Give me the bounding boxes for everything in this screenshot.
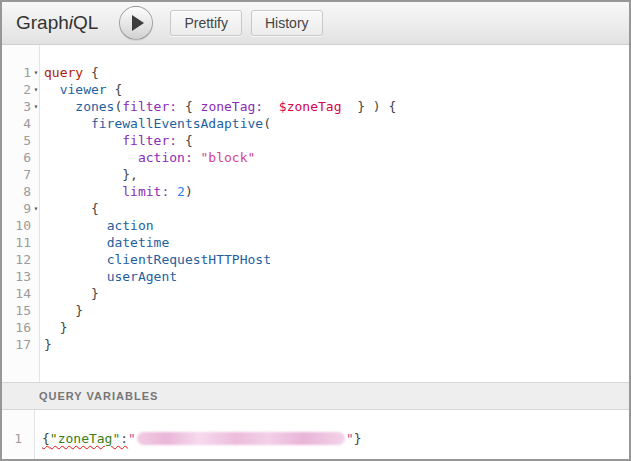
code-token: filter: [122,99,177,114]
code-token: "block" [201,150,256,165]
prettify-button[interactable]: Prettify [170,10,242,36]
line-number: 8 [2,183,31,200]
code-token: { [42,431,50,446]
fold-spacer [31,336,41,353]
code-line[interactable]: 5 filter: { [2,132,629,149]
code-token [193,150,201,165]
fold-spacer [31,251,41,268]
code-line[interactable]: 15 } [2,302,629,319]
fold-spacer [31,115,41,132]
query-editor-lines: 1▾query {2▾ viewer {3▾ zones(filter: { z… [2,64,629,353]
code-token: { [91,201,99,216]
logo-text-post: QL [73,12,98,33]
code-line[interactable]: 12 clientRequestHTTPHost [2,251,629,268]
fold-arrow-icon[interactable]: ▾ [31,200,41,217]
code-line[interactable]: 6 action: "block" [2,149,629,166]
line-number: 7 [2,166,31,183]
code-line[interactable]: 2▾ viewer { [2,81,629,98]
code-token: ) [373,99,381,114]
code-token [193,99,201,114]
code-token [44,116,91,131]
code-line[interactable]: 11 datetime [2,234,629,251]
code-token [263,99,279,114]
graphiql-app: GraphiQL Prettify History 1▾query {2▾ vi… [0,0,631,461]
variables-code-line[interactable]: 1 {"zoneTag":""} [2,430,629,447]
code-token [44,150,138,165]
history-button[interactable]: History [251,10,323,36]
code-line[interactable]: 4 firewallEventsAdaptive( [2,115,629,132]
line-number: 6 [2,149,31,166]
code-token: action: [138,150,193,165]
code-content: userAgent [41,268,177,285]
code-content: clientRequestHTTPHost [41,251,271,268]
code-content: } [41,285,99,302]
code-content: } [41,302,83,319]
query-variables-title-bar[interactable]: QUERY VARIABLES [2,382,629,410]
code-line[interactable]: 7 }, [2,166,629,183]
code-token [341,99,357,114]
fold-spacer [31,166,41,183]
code-token: viewer [60,82,107,97]
code-token [169,184,177,199]
code-content: } [41,336,52,353]
code-token [44,99,75,114]
code-line[interactable]: 16 } [2,319,629,336]
code-line[interactable]: 1▾query { [2,64,629,81]
code-token [44,235,107,250]
code-token [44,286,91,301]
fold-spacer [31,268,41,285]
fold-spacer [31,285,41,302]
code-line[interactable]: 14 } [2,285,629,302]
line-number: 14 [2,285,31,302]
execute-query-button[interactable] [119,6,153,40]
code-token: filter: [122,133,177,148]
code-token: } [357,99,365,114]
code-content: { [41,200,99,217]
fold-arrow-icon[interactable]: ▾ [31,64,41,81]
code-token: } [354,431,362,446]
code-line[interactable]: 8 limit: 2) [2,183,629,200]
line-number: 1 [2,64,31,81]
fold-spacer [31,217,41,234]
code-content: }, [41,166,138,183]
query-variables-editor[interactable]: 1 {"zoneTag":""} [2,410,629,459]
code-content: zones(filter: { zoneTag: $zoneTag } ) { [41,98,396,115]
code-line[interactable]: 13 userAgent [2,268,629,285]
code-token [44,320,60,335]
code-line[interactable]: 10 action [2,217,629,234]
code-token: 2 [177,184,185,199]
code-token [44,269,107,284]
graphiql-logo: GraphiQL [16,12,98,34]
code-token [177,99,185,114]
line-number: 12 [2,251,31,268]
line-number: 13 [2,268,31,285]
code-token: { [114,82,122,97]
fold-arrow-icon[interactable]: ▾ [31,81,41,98]
redacted-value [137,432,345,445]
line-number: 15 [2,302,31,319]
code-token [177,133,185,148]
code-token: "zoneTag" [50,431,120,446]
play-icon [132,15,144,31]
line-number: 11 [2,234,31,251]
code-line[interactable]: 9▾ { [2,200,629,217]
code-token: query [44,65,83,80]
code-content: viewer { [41,81,122,98]
code-token: firewallEventsAdaptive [91,116,263,131]
line-number: 4 [2,115,31,132]
line-number: 16 [2,319,31,336]
query-editor[interactable]: 1▾query {2▾ viewer {3▾ zones(filter: { z… [2,45,629,382]
code-content: datetime [41,234,169,251]
code-token: { [185,133,193,148]
code-token: ( [263,116,271,131]
fold-arrow-icon[interactable]: ▾ [31,98,41,115]
code-token: { [388,99,396,114]
toolbar: GraphiQL Prettify History [2,2,629,45]
code-token [44,201,91,216]
code-content: firewallEventsAdaptive( [41,115,271,132]
code-token [44,184,122,199]
code-line[interactable]: 17} [2,336,629,353]
query-variables-title: QUERY VARIABLES [39,390,158,402]
code-line[interactable]: 3▾ zones(filter: { zoneTag: $zoneTag } )… [2,98,629,115]
code-content: filter: { [41,132,193,149]
